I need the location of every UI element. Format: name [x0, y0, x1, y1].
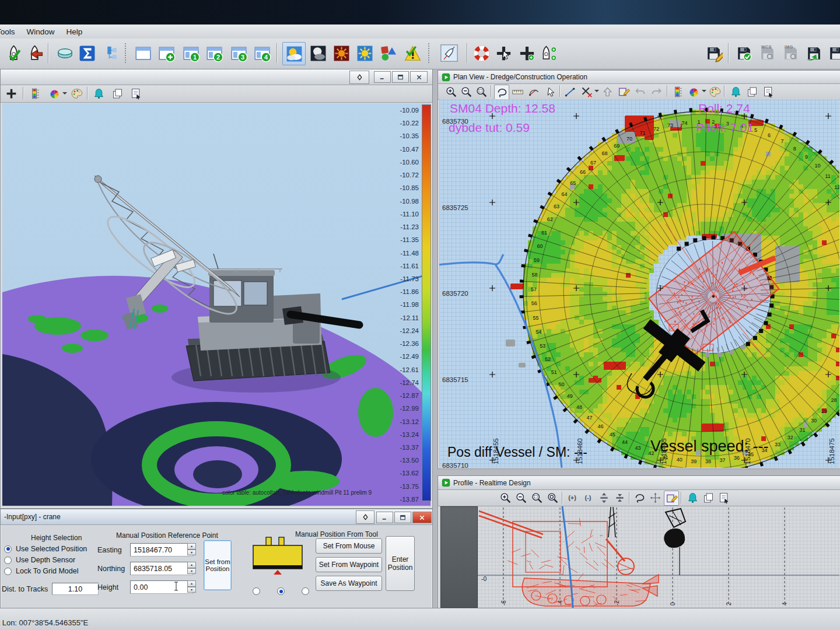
- pan-icon[interactable]: [494, 85, 509, 100]
- zoom-out-icon[interactable]: [459, 85, 473, 99]
- view-sun-blue-icon[interactable]: [354, 42, 376, 64]
- measure-bearing-icon[interactable]: [527, 85, 541, 99]
- add-target-icon[interactable]: [4, 86, 18, 100]
- height-option[interactable]: Lock To Grid Model: [4, 567, 109, 575]
- view-3d-shapes-icon[interactable]: [377, 42, 399, 64]
- enter-position-button[interactable]: Enter Position: [386, 536, 415, 591]
- set-from-waypoint-button[interactable]: Set From Waypoint: [316, 557, 382, 572]
- height-stepper[interactable]: ▴▾: [187, 580, 196, 593]
- alarm-bell-icon[interactable]: [92, 86, 106, 100]
- input-dock-button[interactable]: [356, 510, 374, 524]
- zoom-extents-icon[interactable]: [545, 491, 559, 505]
- plan-view-titlebar[interactable]: Plan View - Dredge/Construction Operatio…: [438, 71, 840, 84]
- save-wcs-icon[interactable]: WCS: [756, 42, 778, 64]
- draw-line-icon[interactable]: [563, 85, 577, 99]
- tool-ref-center-radio[interactable]: [277, 587, 285, 595]
- save-img-icon[interactable]: IMG: [779, 42, 802, 64]
- vessel-window-icon[interactable]: [436, 42, 462, 64]
- chevron-down-icon[interactable]: [702, 90, 706, 94]
- input-close-button[interactable]: [412, 512, 432, 523]
- alarm-bell-icon[interactable]: [685, 491, 699, 505]
- dist-to-tracks-field[interactable]: 1.10: [52, 583, 99, 595]
- plan-map-canvas[interactable]: 1234567891011121314151617181920212223242…: [439, 99, 839, 468]
- height-option[interactable]: Use Selected Position: [4, 545, 109, 553]
- view-properties-icon[interactable]: [129, 86, 143, 100]
- view-sun-red-icon[interactable]: [330, 42, 352, 64]
- zoom-window-icon[interactable]: [474, 85, 488, 99]
- view3d-maximize-button[interactable]: [392, 71, 409, 83]
- tool-ref-right-radio[interactable]: [302, 587, 309, 595]
- pan-icon[interactable]: [632, 491, 646, 505]
- zoom-window-icon[interactable]: [530, 491, 544, 505]
- life-ring-icon[interactable]: [470, 42, 492, 64]
- view-day-icon[interactable]: [282, 42, 306, 65]
- tool-ref-left-radio[interactable]: [253, 587, 260, 595]
- zoom-in-icon[interactable]: [444, 85, 458, 99]
- measure-ruler-icon[interactable]: [510, 85, 524, 99]
- view3d-close-button[interactable]: [410, 71, 428, 83]
- vessel-previous-icon[interactable]: [23, 42, 46, 64]
- save-edit-icon[interactable]: [702, 42, 724, 64]
- view-properties-icon[interactable]: [761, 85, 775, 99]
- target-add-icon[interactable]: [516, 42, 538, 64]
- window-preset-1-icon[interactable]: [180, 42, 202, 64]
- color-wheel-icon[interactable]: [687, 85, 701, 99]
- profile-canvas[interactable]: -0 -6-4-2024: [478, 506, 839, 608]
- auto-follow-icon[interactable]: [648, 491, 662, 505]
- compress-horizontal-icon[interactable]: (-): [581, 491, 595, 505]
- edit-drawing-icon[interactable]: [664, 491, 679, 506]
- toolbar-drag-handle[interactable]: [125, 43, 128, 63]
- window-preset-2-icon[interactable]: [203, 42, 225, 64]
- height-option[interactable]: Use Depth Sensor: [4, 556, 109, 564]
- easting-stepper[interactable]: ▴▾: [187, 543, 196, 555]
- save-as-waypoint-button[interactable]: Save As Waypoint: [316, 576, 382, 591]
- redo-icon[interactable]: [649, 85, 663, 99]
- move-up-icon[interactable]: [600, 85, 614, 99]
- copy-view-icon[interactable]: [701, 491, 715, 505]
- height-field[interactable]: 0.00: [130, 580, 193, 594]
- color-scale-icon[interactable]: [27, 86, 41, 100]
- device-tree-icon[interactable]: [98, 42, 120, 64]
- compress-vertical-icon[interactable]: [612, 491, 626, 505]
- toolbar-drag-handle[interactable]: [428, 43, 431, 63]
- select-cursor-icon[interactable]: [543, 85, 557, 99]
- color-scale-icon[interactable]: [670, 85, 684, 99]
- alarm-bell-icon[interactable]: [729, 85, 743, 99]
- target-cursor-icon[interactable]: [492, 42, 514, 64]
- color-palette-icon[interactable]: [69, 86, 83, 100]
- input-maximize-button[interactable]: [394, 512, 411, 523]
- view-night-icon[interactable]: [307, 42, 329, 64]
- alarm-acknowledge-icon[interactable]: [401, 42, 424, 64]
- copy-view-icon[interactable]: [745, 85, 759, 99]
- vessel-add-icon[interactable]: [538, 42, 560, 64]
- vessel-ok-icon[interactable]: [2, 42, 24, 64]
- save-export-icon[interactable]: [803, 42, 825, 64]
- menu-tools[interactable]: Tools: [0, 26, 21, 37]
- easting-field[interactable]: 1518467.70: [130, 543, 193, 556]
- view3d-minimize-button[interactable]: [374, 71, 391, 83]
- set-from-position-button[interactable]: Set from Position: [204, 540, 232, 590]
- color-wheel-icon[interactable]: [47, 86, 61, 100]
- color-palette-icon[interactable]: [708, 85, 722, 99]
- profile-titlebar[interactable]: Profile - Realtime Design: [438, 476, 840, 490]
- set-from-mouse-button[interactable]: Set From Mouse: [316, 538, 382, 554]
- window-add-icon[interactable]: [155, 42, 177, 64]
- window-preset-4-icon[interactable]: [251, 42, 273, 64]
- zoom-out-icon[interactable]: [514, 491, 528, 505]
- view3d-dock-button[interactable]: [349, 71, 369, 84]
- delete-feature-icon[interactable]: [579, 85, 593, 99]
- view-properties-icon[interactable]: [717, 491, 731, 505]
- statistics-sigma-icon[interactable]: [76, 42, 98, 64]
- expand-horizontal-icon[interactable]: (+): [565, 491, 579, 505]
- expand-vertical-icon[interactable]: [597, 491, 611, 505]
- undo-icon[interactable]: [633, 85, 647, 99]
- zoom-in-icon[interactable]: [498, 491, 512, 505]
- window-new-icon[interactable]: [132, 42, 154, 64]
- northing-field[interactable]: 6835718.05: [130, 562, 193, 575]
- chevron-down-icon[interactable]: [62, 92, 67, 97]
- chevron-down-icon[interactable]: [594, 90, 599, 94]
- copy-view-icon[interactable]: [110, 86, 124, 100]
- menu-window[interactable]: Window: [21, 26, 61, 37]
- save-duplicate-icon[interactable]: [825, 42, 840, 64]
- window-preset-3-icon[interactable]: [228, 42, 250, 64]
